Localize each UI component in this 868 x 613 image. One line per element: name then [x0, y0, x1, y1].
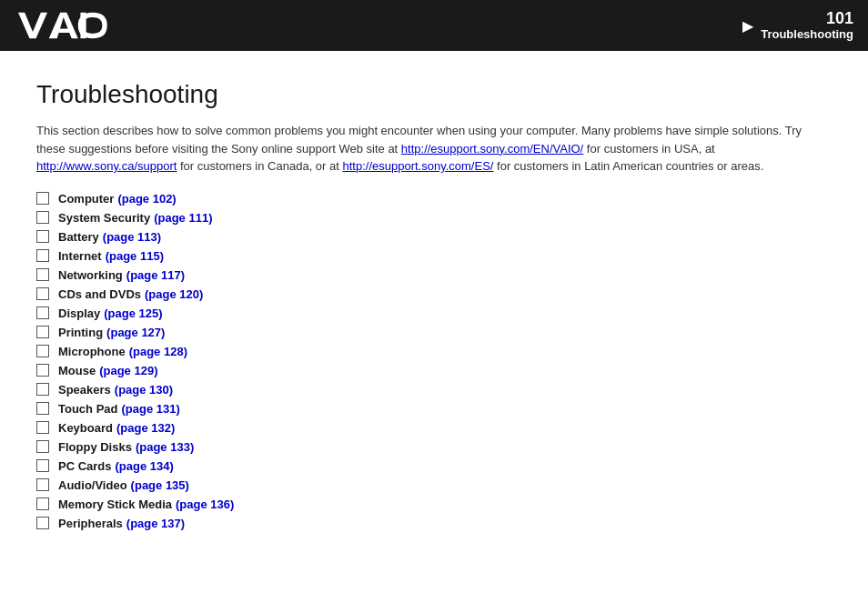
header-page-info: ▶ 101 Troubleshooting	[742, 10, 853, 41]
toc-item-link[interactable]: (page 131)	[121, 402, 179, 416]
svg-marker-1	[49, 13, 78, 38]
intro-text-4: for customers in Latin American countrie…	[493, 159, 763, 173]
intro-text-2: for customers in USA, at	[583, 142, 715, 156]
checkbox-icon	[36, 345, 49, 357]
toc-item-label: Keyboard	[58, 421, 113, 435]
toc-item-label: Microphone	[58, 345, 126, 358]
toc-item-label: PC Cards	[58, 459, 112, 473]
logo-area	[18, 11, 107, 40]
toc-item-label: Internet	[58, 249, 102, 263]
toc-item: Computer (page 102)	[36, 192, 832, 206]
main-content: Troubleshooting This section describes h…	[0, 51, 868, 613]
toc-item: Printing (page 127)	[36, 326, 832, 339]
section-label: Troubleshooting	[761, 27, 853, 41]
toc-item-label: Display	[58, 306, 100, 320]
page-number: 101	[826, 9, 853, 27]
toc-item: Floppy Disks (page 133)	[36, 440, 832, 454]
intro-paragraph: This section describes how to solve comm…	[36, 122, 828, 176]
checkbox-icon	[36, 364, 49, 377]
toc-item-link[interactable]: (page 137)	[126, 517, 185, 530]
checkbox-icon	[36, 421, 49, 434]
checkbox-icon	[36, 306, 49, 319]
toc-item-link[interactable]: (page 136)	[176, 497, 234, 511]
page-title: Troubleshooting	[36, 80, 832, 109]
toc-item: Speakers (page 130)	[36, 383, 832, 397]
checkbox-icon	[36, 192, 49, 205]
checkbox-icon	[36, 287, 49, 300]
arrow-icon: ▶	[742, 17, 753, 35]
toc-item-link[interactable]: (page 120)	[145, 287, 203, 301]
link-sony-ca[interactable]: http://www.sony.ca/support	[36, 159, 177, 173]
checkbox-icon	[36, 478, 49, 491]
toc-item-link[interactable]: (page 133)	[136, 440, 194, 454]
checkbox-icon	[36, 402, 49, 415]
toc-item-label: Computer	[58, 192, 114, 206]
checkbox-icon	[36, 383, 49, 396]
toc-item-label: Floppy Disks	[58, 440, 132, 454]
toc-item-link[interactable]: (page 128)	[129, 345, 187, 358]
toc-item-link[interactable]: (page 115)	[106, 249, 164, 263]
checkbox-icon	[36, 497, 49, 510]
toc-item-link[interactable]: (page 135)	[131, 478, 189, 492]
toc-item: PC Cards (page 134)	[36, 459, 832, 473]
toc-item-link[interactable]: (page 127)	[106, 326, 165, 339]
toc-item: Audio/Video (page 135)	[36, 478, 832, 492]
toc-item-label: Peripherals	[58, 517, 123, 530]
checkbox-icon	[36, 230, 49, 243]
toc-item: Networking (page 117)	[36, 268, 832, 282]
toc-list: Computer (page 102)System Security (page…	[36, 192, 832, 536]
toc-item-link[interactable]: (page 134)	[116, 459, 174, 473]
link-vaio-es[interactable]: http://esupport.sony.com/ES/	[342, 159, 493, 173]
toc-item-link[interactable]: (page 113)	[103, 230, 161, 244]
toc-item-label: Networking	[58, 268, 123, 282]
toc-item-label: Mouse	[58, 364, 96, 377]
toc-item: Display (page 125)	[36, 306, 832, 320]
toc-item: Internet (page 115)	[36, 249, 832, 263]
toc-item-label: Printing	[58, 326, 103, 339]
checkbox-icon	[36, 517, 49, 529]
toc-item-label: Touch Pad	[58, 402, 117, 416]
toc-item: Microphone (page 128)	[36, 345, 832, 358]
checkbox-icon	[36, 326, 49, 338]
link-vaio-us[interactable]: http://esupport.sony.com/EN/VAIO/	[401, 142, 583, 156]
toc-item-label: Memory Stick Media	[58, 497, 172, 511]
toc-item: Keyboard (page 132)	[36, 421, 832, 435]
intro-text-3: for customers in Canada, or at	[177, 159, 342, 173]
toc-item-link[interactable]: (page 125)	[104, 306, 162, 320]
toc-item: System Security (page 111)	[36, 211, 832, 225]
toc-item-label: Speakers	[58, 383, 111, 397]
toc-item: Memory Stick Media (page 136)	[36, 497, 832, 511]
toc-item-link[interactable]: (page 102)	[117, 192, 176, 206]
checkbox-icon	[36, 440, 49, 453]
page-number-section: ▶ 101 Troubleshooting	[742, 10, 853, 41]
toc-item-link[interactable]: (page 129)	[99, 364, 157, 377]
toc-item: Peripherals (page 137)	[36, 517, 832, 530]
toc-item-link[interactable]: (page 130)	[115, 383, 173, 397]
toc-item-link[interactable]: (page 132)	[116, 421, 175, 435]
toc-item: Battery (page 113)	[36, 230, 832, 244]
toc-item-label: CDs and DVDs	[58, 287, 141, 301]
checkbox-icon	[36, 459, 49, 472]
checkbox-icon	[36, 268, 49, 281]
toc-item-label: Audio/Video	[58, 478, 127, 492]
checkbox-icon	[36, 249, 49, 262]
toc-item-label: Battery	[58, 230, 99, 244]
toc-item-link[interactable]: (page 111)	[154, 211, 212, 225]
vaio-logo	[18, 11, 107, 40]
svg-marker-0	[18, 13, 47, 38]
toc-item: Mouse (page 129)	[36, 364, 832, 377]
header: ▶ 101 Troubleshooting	[0, 0, 868, 51]
toc-item-label: System Security	[58, 211, 150, 225]
checkbox-icon	[36, 211, 49, 224]
svg-rect-2	[54, 29, 70, 33]
toc-item: CDs and DVDs (page 120)	[36, 287, 832, 301]
toc-item-link[interactable]: (page 117)	[126, 268, 185, 282]
toc-item: Touch Pad (page 131)	[36, 402, 832, 416]
